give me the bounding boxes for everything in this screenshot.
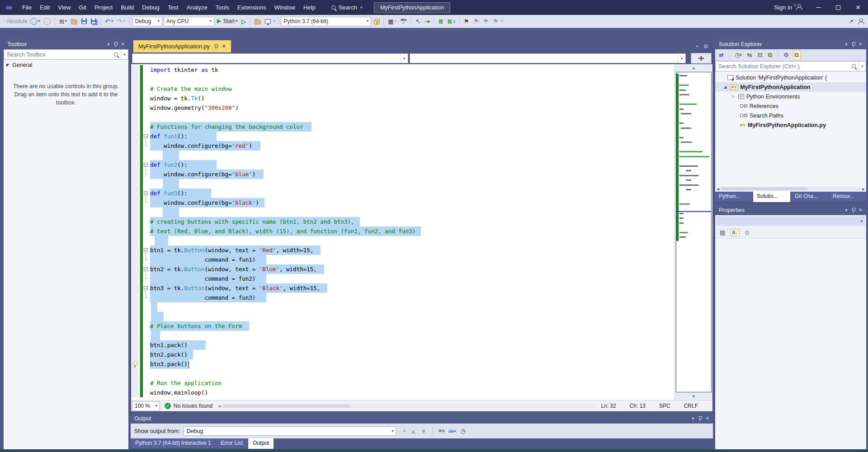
toolbox-group-general[interactable]: ◤ General bbox=[4, 60, 128, 71]
toolbar-grip[interactable]: ⁞⁞ bbox=[4, 19, 5, 24]
split-window-handle[interactable]: ▲▼ bbox=[691, 53, 712, 64]
menu-file[interactable]: File bbox=[18, 0, 36, 15]
code-line[interactable] bbox=[131, 369, 675, 378]
send-to-interactive-button[interactable]: ≣ bbox=[437, 17, 445, 26]
menu-debug[interactable]: Debug bbox=[138, 0, 163, 15]
next-message-icon[interactable]: ▼ bbox=[420, 428, 427, 435]
code-line[interactable]: −btn3 = tk.Button(window, text = 'Black'… bbox=[131, 283, 675, 293]
pending-changes-filter-button[interactable]: ◷▾ bbox=[733, 51, 743, 59]
close-icon[interactable]: ✕ bbox=[859, 42, 863, 47]
chevron-down-icon[interactable]: ▾ bbox=[859, 61, 866, 71]
code-line[interactable]: # Create the main window bbox=[131, 84, 675, 94]
navigate-forward-button[interactable]: → bbox=[42, 17, 52, 26]
code-line[interactable]: −btn1 = tk.Button(window, text = 'Red', … bbox=[131, 245, 675, 255]
code-line[interactable]: btn1.pack() bbox=[131, 340, 675, 350]
bottom-tab-output[interactable]: Output bbox=[248, 438, 274, 449]
space-mode-indicator[interactable]: SPC bbox=[659, 403, 670, 409]
gear-icon[interactable]: ⚙ bbox=[703, 43, 708, 50]
collapse-region-icon[interactable]: − bbox=[144, 191, 148, 195]
new-project-button[interactable]: ⊞▾ bbox=[58, 17, 68, 26]
save-all-button[interactable] bbox=[90, 18, 98, 25]
code-line[interactable] bbox=[131, 151, 675, 160]
toolbox-search-input[interactable]: Search Toolbox ▾ bbox=[4, 49, 128, 60]
member-nav-combo[interactable]: ▾ bbox=[410, 53, 686, 63]
minimap-scrollbar[interactable]: ▲ ▼ bbox=[675, 64, 712, 400]
absolute-label[interactable]: Absolute bbox=[7, 18, 28, 24]
tab-document-active[interactable]: MyFirstPythonApplication.py ✕ bbox=[133, 40, 231, 52]
scroll-down-icon[interactable]: ▼ bbox=[675, 393, 712, 400]
menu-git[interactable]: Git bbox=[75, 0, 90, 15]
python-environment-combo[interactable]: Python 3.7 (64-bit)▾ bbox=[281, 17, 371, 26]
preview-selected-items-button[interactable]: ⧉ bbox=[793, 50, 801, 60]
code-line[interactable]: btn2.pack() bbox=[131, 350, 675, 359]
scrollbar-thumb[interactable] bbox=[721, 187, 807, 190]
pin-icon[interactable] bbox=[113, 42, 118, 47]
overflow-icon[interactable]: = bbox=[274, 19, 276, 23]
output-header[interactable]: Output ▾ ✕ bbox=[131, 413, 713, 424]
close-button[interactable]: ✕ bbox=[848, 0, 868, 15]
tree-item-environments[interactable]: ▷Python Environments bbox=[715, 92, 866, 101]
scrollbar-thumb[interactable] bbox=[222, 405, 349, 408]
tree-item-search-paths[interactable]: Search Paths bbox=[715, 111, 866, 120]
code-line[interactable] bbox=[131, 75, 675, 84]
health-message[interactable]: No issues found bbox=[174, 403, 212, 409]
send-line-to-interactive-button[interactable]: ≣2 bbox=[446, 17, 457, 26]
panel-tab-git-cha-[interactable]: Git Cha... bbox=[791, 192, 828, 201]
share-button[interactable]: ↗ bbox=[847, 17, 855, 26]
sync-with-active-document-button[interactable]: ⇆ bbox=[746, 51, 754, 59]
code-line[interactable]: window.configure(bg='red') bbox=[131, 141, 675, 151]
horizontal-scrollbar[interactable]: ◂ bbox=[218, 403, 595, 409]
configuration-combo[interactable]: Debug▾ bbox=[132, 17, 162, 26]
collapse-region-icon[interactable]: − bbox=[144, 267, 148, 271]
save-button[interactable] bbox=[80, 18, 88, 25]
menu-window[interactable]: Window bbox=[270, 0, 299, 15]
code-line[interactable] bbox=[131, 312, 675, 321]
code-line[interactable]: # Functions for changing the background … bbox=[131, 122, 675, 132]
undo-button[interactable]: ↶▾ bbox=[104, 17, 114, 26]
show-all-files-button[interactable]: ⧉ bbox=[767, 51, 774, 60]
chevron-down-icon[interactable]: ▾ bbox=[692, 416, 694, 421]
open-file-button[interactable] bbox=[70, 18, 79, 25]
menu-extensions[interactable]: Extensions bbox=[233, 0, 270, 15]
start-debugging-button[interactable]: Start▾ bbox=[216, 17, 239, 25]
pin-icon[interactable] bbox=[851, 207, 855, 213]
outlining-margin[interactable]: − bbox=[143, 160, 150, 170]
menu-test[interactable]: Test bbox=[164, 0, 183, 15]
bottom-tab-python-3-7-64-bit-interactive-1[interactable]: Python 3.7 (64-bit) Interactive 1 bbox=[131, 438, 215, 448]
code-editor[interactable]: import tkinter as tk# Create the main wi… bbox=[131, 64, 712, 400]
outlining-margin[interactable]: − bbox=[143, 283, 150, 293]
collapse-all-button[interactable]: ⊟ bbox=[756, 51, 764, 59]
pin-icon[interactable] bbox=[214, 44, 218, 49]
menu-help[interactable]: Help bbox=[299, 0, 320, 15]
expander-expanded-icon[interactable]: ◢ bbox=[722, 85, 728, 89]
code-line[interactable] bbox=[131, 113, 675, 122]
alphabetical-button[interactable]: A↓ bbox=[730, 229, 739, 236]
solution-explorer-header[interactable]: Solution Explorer ▾ ✕ bbox=[715, 39, 866, 49]
code-line[interactable]: command = fun2) bbox=[131, 274, 675, 283]
close-icon[interactable]: ✕ bbox=[706, 416, 709, 421]
line-indicator[interactable]: Ln: 32 bbox=[601, 403, 616, 409]
code-line[interactable] bbox=[131, 302, 675, 312]
panel-tab-resour-[interactable]: Resour... bbox=[829, 192, 866, 201]
outlining-margin[interactable]: − bbox=[143, 264, 150, 274]
code-line[interactable]: −def fun2(): bbox=[131, 160, 675, 170]
code-line[interactable] bbox=[131, 331, 675, 340]
menu-build[interactable]: Build bbox=[117, 0, 138, 15]
outlining-margin[interactable]: − bbox=[143, 188, 150, 198]
code-line[interactable]: command = fun3) bbox=[131, 293, 675, 302]
output-source-combo[interactable]: Debug ▾ bbox=[184, 426, 396, 436]
chevron-down-icon[interactable]: ▾ bbox=[108, 42, 110, 47]
properties-header[interactable]: Properties ▾ ✕ bbox=[715, 205, 866, 215]
scroll-left-icon[interactable]: ◂ bbox=[218, 403, 221, 409]
chevron-down-icon[interactable]: ▾ bbox=[121, 50, 128, 59]
minimize-button[interactable] bbox=[808, 0, 828, 15]
code-line[interactable]: window.geometry("300x200") bbox=[131, 103, 675, 113]
menu-view[interactable]: View bbox=[54, 0, 75, 15]
scrollbar-groove[interactable] bbox=[721, 187, 860, 191]
navigate-back-button[interactable]: ←▾ bbox=[29, 17, 41, 26]
chevron-down-icon[interactable]: ▾ bbox=[400, 54, 408, 63]
overflow-icon[interactable]: = bbox=[501, 19, 503, 23]
close-icon[interactable]: ✕ bbox=[121, 42, 125, 47]
clear-all-icon[interactable]: ✕≡ bbox=[438, 428, 444, 434]
tree-item-py-file[interactable]: PYMyFirstPythonApplication.py bbox=[715, 120, 866, 130]
